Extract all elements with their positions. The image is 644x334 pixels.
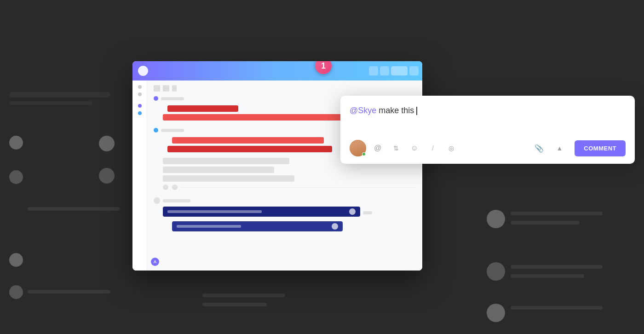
bg-avatar-2 — [9, 170, 23, 184]
header-notif-icon — [369, 66, 378, 75]
blue-bar-2 — [172, 221, 343, 231]
text-cursor — [416, 107, 417, 115]
blue-section-dot — [154, 197, 160, 204]
sidebar-dot-purple — [138, 104, 142, 108]
comment-toolbar: @ ⇅ ☺ / ◎ 📎 ▲ COMMENT — [350, 140, 626, 156]
app-header-controls — [369, 66, 419, 75]
sidebar-item-1 — [138, 85, 142, 89]
sidebar-divider — [136, 100, 144, 100]
assign-icon: ⇅ — [393, 144, 399, 152]
blue-bar-end-label — [363, 211, 372, 214]
app-card: 1 — [132, 61, 422, 271]
blue-section-label — [163, 199, 190, 202]
divider-icon-1 — [163, 184, 168, 190]
emoji-icon: ☺ — [411, 144, 418, 152]
drive-icon: ▲ — [556, 144, 563, 152]
bg-line-2 — [9, 101, 92, 105]
bg-line-1 — [9, 92, 110, 98]
slash-icon: / — [432, 144, 434, 152]
bg-avatar-3 — [9, 253, 23, 267]
mention-tag: @Skye — [350, 106, 376, 115]
blue-bar-label-2 — [177, 225, 241, 228]
row-dot-purple — [154, 96, 158, 101]
toolbar-icon-1 — [154, 85, 160, 92]
row-dot-blue — [154, 128, 158, 132]
app-avatar-a: A — [151, 258, 159, 266]
comment-text: make this — [376, 106, 416, 115]
at-icon: @ — [374, 144, 381, 152]
toolbar-plus-icon — [172, 85, 177, 92]
red-bar-title — [167, 105, 238, 112]
bg-line-7 — [511, 265, 603, 269]
red-bar-1 — [163, 114, 345, 121]
emoji-button[interactable]: ☺ — [408, 141, 421, 155]
bg-avatar-7 — [487, 304, 505, 322]
red-bar-3 — [167, 146, 332, 152]
bg-line-8 — [511, 274, 584, 278]
app-logo — [138, 66, 148, 76]
blue-toggle-2 — [332, 223, 338, 230]
blue-bar-row-2 — [172, 221, 416, 234]
header-extra-icon — [391, 66, 408, 75]
divider-line — [181, 187, 416, 188]
gray-bar-1 — [163, 158, 289, 164]
notification-badge: 1 — [315, 61, 332, 74]
app-toolbar — [154, 85, 416, 92]
comment-popup: @Skye make this @ ⇅ ☺ / ◎ 📎 — [340, 96, 635, 164]
notification-count: 1 — [321, 61, 326, 71]
blue-bar-1 — [163, 207, 360, 217]
blue-toggle-1 — [349, 208, 356, 215]
assign-button[interactable]: ⇅ — [389, 141, 403, 155]
bg-avatar-8 — [99, 136, 115, 151]
gray-bar-2 — [163, 167, 274, 173]
avatar-label: A — [154, 259, 157, 264]
header-menu-icon — [409, 66, 419, 75]
bg-avatar-5 — [487, 210, 505, 228]
bg-avatar-6 — [487, 262, 505, 281]
app-sidebar — [132, 81, 147, 271]
bg-line-11 — [511, 306, 603, 310]
bg-line-4 — [28, 290, 110, 294]
comment-text-area[interactable]: @Skye make this — [350, 105, 626, 132]
google-drive-button[interactable]: ▲ — [552, 141, 566, 155]
comment-submit-button[interactable]: COMMENT — [575, 140, 626, 156]
bg-line-6 — [511, 221, 580, 225]
red-bar-2 — [172, 137, 324, 144]
task-label-1 — [161, 97, 184, 100]
app-header: 1 — [132, 61, 422, 81]
section-divider-row — [163, 184, 416, 190]
bg-line-5 — [511, 212, 603, 215]
sidebar-item-2 — [138, 92, 142, 96]
blue-bar-label-1 — [167, 210, 262, 213]
blue-task-section — [154, 197, 416, 234]
paperclip-icon: 📎 — [535, 144, 544, 153]
online-status-dot — [362, 152, 366, 156]
bg-line-9 — [202, 294, 285, 297]
target-icon: ◎ — [448, 144, 454, 152]
gray-bar-3 — [163, 175, 294, 182]
divider-icon-2 — [172, 184, 178, 190]
header-search-icon — [380, 66, 389, 75]
slash-button[interactable]: / — [426, 141, 440, 155]
bg-line-3 — [28, 207, 120, 211]
bg-avatar-4 — [9, 285, 23, 299]
bg-avatar-1 — [9, 136, 23, 150]
sidebar-dot-blue — [138, 111, 142, 115]
bg-avatar-9 — [99, 168, 115, 184]
blue-section-header — [154, 197, 416, 204]
target-button[interactable]: ◎ — [444, 141, 458, 155]
task-label-2 — [161, 129, 184, 132]
bg-line-10 — [202, 303, 267, 306]
toolbar-icon-2 — [163, 85, 169, 92]
commenter-avatar-wrapper — [350, 140, 366, 156]
mention-button[interactable]: @ — [371, 141, 385, 155]
blue-bar-row-1 — [163, 207, 416, 219]
attachment-button[interactable]: 📎 — [532, 141, 546, 155]
